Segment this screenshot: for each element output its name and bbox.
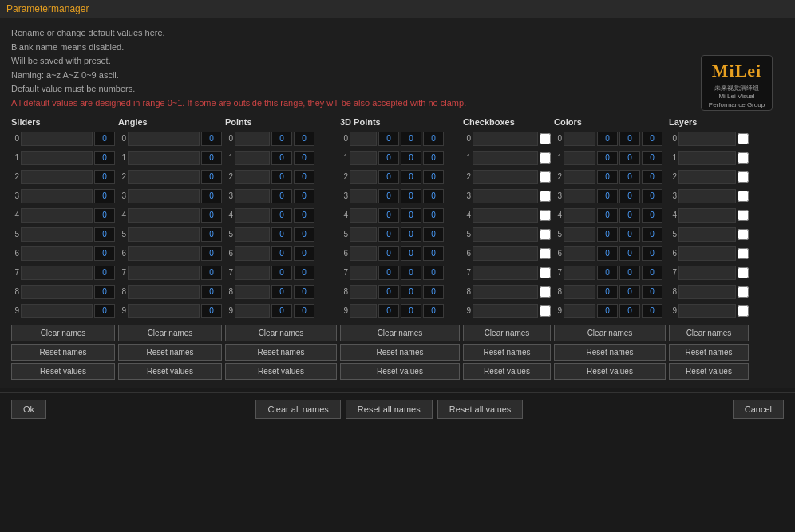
name-input-checkboxes-7[interactable] [473, 266, 538, 280]
name-input-points3d-5[interactable] [350, 227, 377, 242]
name-input-colors-9[interactable] [564, 304, 595, 318]
val-input-points-y-0[interactable] [294, 132, 314, 146]
val-input-points3d-y-2[interactable] [401, 170, 421, 184]
checkboxes-reset-values[interactable]: Reset values [463, 363, 551, 380]
points-reset-values[interactable]: Reset values [225, 363, 337, 380]
name-input-colors-4[interactable] [564, 208, 595, 223]
colors-clear-names[interactable]: Clear names [554, 325, 666, 341]
points-reset-names[interactable]: Reset names [225, 344, 337, 361]
name-input-sliders-7[interactable] [21, 266, 93, 280]
val-input-sliders-val-3[interactable] [94, 189, 115, 203]
name-input-checkboxes-1[interactable] [473, 151, 538, 165]
val-input-points3d-z-2[interactable] [423, 170, 444, 184]
val-input-points3d-z-1[interactable] [423, 151, 444, 165]
val-input-colors-g-9[interactable] [619, 304, 640, 318]
checkbox-layers-3[interactable] [738, 191, 749, 202]
val-input-points3d-z-9[interactable] [423, 304, 444, 318]
checkbox-checkboxes-3[interactable] [540, 191, 551, 202]
name-input-checkboxes-8[interactable] [473, 285, 538, 299]
val-input-points3d-y-3[interactable] [401, 189, 421, 203]
val-input-points3d-z-5[interactable] [423, 227, 444, 242]
val-input-points3d-y-1[interactable] [401, 151, 421, 165]
val-input-points-x-2[interactable] [271, 170, 292, 184]
val-input-sliders-val-8[interactable] [94, 285, 115, 299]
name-input-points-1[interactable] [235, 151, 270, 165]
val-input-angles-val-6[interactable] [201, 246, 222, 261]
name-input-layers-4[interactable] [678, 208, 736, 223]
name-input-angles-4[interactable] [128, 208, 200, 223]
name-input-points3d-8[interactable] [350, 285, 377, 299]
name-input-colors-0[interactable] [564, 132, 595, 146]
val-input-points-x-6[interactable] [271, 246, 292, 261]
val-input-points-y-5[interactable] [294, 227, 314, 242]
name-input-layers-7[interactable] [678, 266, 736, 280]
val-input-points-y-1[interactable] [294, 151, 314, 165]
val-input-colors-r-4[interactable] [597, 208, 618, 223]
name-input-sliders-6[interactable] [21, 246, 93, 261]
val-input-colors-g-6[interactable] [619, 246, 640, 261]
checkbox-layers-8[interactable] [738, 286, 749, 298]
val-input-angles-val-8[interactable] [201, 285, 222, 299]
checkboxes-clear-names[interactable]: Clear names [463, 325, 551, 341]
val-input-colors-g-7[interactable] [619, 266, 640, 280]
checkbox-checkboxes-4[interactable] [540, 210, 551, 221]
name-input-checkboxes-0[interactable] [473, 132, 538, 146]
name-input-angles-1[interactable] [128, 151, 200, 165]
val-input-points-y-8[interactable] [294, 285, 314, 299]
val-input-points-y-2[interactable] [294, 170, 314, 184]
checkbox-layers-0[interactable] [738, 133, 749, 144]
val-input-colors-r-1[interactable] [597, 151, 618, 165]
checkbox-checkboxes-0[interactable] [540, 133, 551, 144]
val-input-points3d-y-7[interactable] [401, 266, 421, 280]
val-input-colors-b-1[interactable] [642, 151, 662, 165]
val-input-sliders-val-5[interactable] [94, 227, 115, 242]
name-input-checkboxes-2[interactable] [473, 170, 538, 184]
name-input-sliders-3[interactable] [21, 189, 93, 203]
checkbox-checkboxes-8[interactable] [540, 286, 551, 298]
name-input-points3d-1[interactable] [350, 151, 377, 165]
checkbox-layers-5[interactable] [738, 229, 749, 240]
ok-button[interactable]: Ok [11, 400, 46, 419]
val-input-points-x-1[interactable] [271, 151, 292, 165]
points3d-clear-names[interactable]: Clear names [340, 325, 460, 341]
val-input-points-x-7[interactable] [271, 266, 292, 280]
val-input-angles-val-0[interactable] [201, 132, 222, 146]
val-input-colors-r-7[interactable] [597, 266, 618, 280]
colors-reset-values[interactable]: Reset values [554, 363, 666, 380]
val-input-colors-g-8[interactable] [619, 285, 640, 299]
name-input-points3d-7[interactable] [350, 266, 377, 280]
val-input-colors-g-2[interactable] [619, 170, 640, 184]
cancel-button[interactable]: Cancel [733, 400, 784, 419]
name-input-points-0[interactable] [235, 132, 270, 146]
name-input-points3d-9[interactable] [350, 304, 377, 318]
name-input-layers-9[interactable] [678, 304, 736, 318]
val-input-points3d-y-4[interactable] [401, 208, 421, 223]
val-input-colors-b-0[interactable] [642, 132, 662, 146]
checkboxes-reset-names[interactable]: Reset names [463, 344, 551, 361]
points-clear-names[interactable]: Clear names [225, 325, 337, 341]
name-input-angles-2[interactable] [128, 170, 200, 184]
name-input-layers-8[interactable] [678, 285, 736, 299]
checkbox-checkboxes-6[interactable] [540, 248, 551, 259]
val-input-points-y-7[interactable] [294, 266, 314, 280]
name-input-colors-7[interactable] [564, 266, 595, 280]
layers-reset-values[interactable]: Reset values [669, 363, 749, 380]
name-input-sliders-5[interactable] [21, 227, 93, 242]
name-input-layers-6[interactable] [678, 246, 736, 261]
val-input-points-y-6[interactable] [294, 246, 314, 261]
val-input-angles-val-2[interactable] [201, 170, 222, 184]
val-input-points-y-3[interactable] [294, 189, 314, 203]
layers-clear-names[interactable]: Clear names [669, 325, 749, 341]
name-input-colors-3[interactable] [564, 189, 595, 203]
name-input-checkboxes-5[interactable] [473, 227, 538, 242]
val-input-colors-b-2[interactable] [642, 170, 662, 184]
checkbox-checkboxes-2[interactable] [540, 171, 551, 183]
sliders-reset-names[interactable]: Reset names [11, 344, 115, 361]
name-input-points-9[interactable] [235, 304, 270, 318]
checkbox-checkboxes-5[interactable] [540, 229, 551, 240]
val-input-sliders-val-7[interactable] [94, 266, 115, 280]
name-input-sliders-8[interactable] [21, 285, 93, 299]
name-input-points-6[interactable] [235, 246, 270, 261]
name-input-checkboxes-6[interactable] [473, 246, 538, 261]
val-input-colors-g-5[interactable] [619, 227, 640, 242]
